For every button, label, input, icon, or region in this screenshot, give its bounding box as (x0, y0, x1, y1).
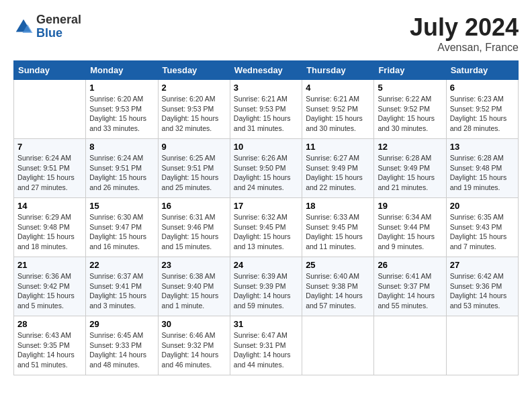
day-info: Sunrise: 6:43 AMSunset: 9:35 PMDaylight:… (17, 330, 82, 370)
day-info: Sunrise: 6:45 AMSunset: 9:33 PMDaylight:… (89, 330, 154, 370)
logo-blue: Blue (36, 27, 81, 40)
column-header-sunday: Sunday (14, 61, 86, 80)
day-info: Sunrise: 6:32 AMSunset: 9:45 PMDaylight:… (234, 212, 298, 252)
day-info: Sunrise: 6:33 AMSunset: 9:45 PMDaylight:… (306, 212, 370, 252)
day-number: 6 (450, 83, 515, 93)
day-number: 15 (89, 201, 154, 211)
calendar-cell: 23Sunrise: 6:38 AMSunset: 9:40 PMDayligh… (158, 257, 230, 316)
calendar-cell: 21Sunrise: 6:36 AMSunset: 9:42 PMDayligh… (14, 257, 86, 316)
day-info: Sunrise: 6:22 AMSunset: 9:52 PMDaylight:… (378, 94, 442, 134)
day-number: 20 (450, 201, 515, 211)
day-info: Sunrise: 6:36 AMSunset: 9:42 PMDaylight:… (17, 271, 82, 311)
calendar-cell (374, 316, 446, 375)
day-number: 3 (234, 83, 298, 93)
day-info: Sunrise: 6:34 AMSunset: 9:44 PMDaylight:… (378, 212, 442, 252)
day-number: 27 (450, 260, 515, 270)
calendar-cell: 3Sunrise: 6:21 AMSunset: 9:53 PMDaylight… (230, 80, 302, 139)
calendar-cell: 20Sunrise: 6:35 AMSunset: 9:43 PMDayligh… (446, 198, 518, 257)
day-number: 17 (234, 201, 298, 211)
day-info: Sunrise: 6:46 AMSunset: 9:32 PMDaylight:… (162, 330, 226, 370)
day-info: Sunrise: 6:23 AMSunset: 9:52 PMDaylight:… (450, 94, 515, 134)
calendar-cell: 19Sunrise: 6:34 AMSunset: 9:44 PMDayligh… (374, 198, 446, 257)
calendar-week-1: 1Sunrise: 6:20 AMSunset: 9:53 PMDaylight… (14, 80, 519, 139)
column-header-friday: Friday (374, 61, 446, 80)
calendar-cell: 22Sunrise: 6:37 AMSunset: 9:41 PMDayligh… (86, 257, 158, 316)
day-number: 26 (378, 260, 442, 270)
location: Avensan, France (410, 42, 519, 54)
day-number: 21 (17, 260, 82, 270)
day-info: Sunrise: 6:37 AMSunset: 9:41 PMDaylight:… (89, 271, 154, 311)
calendar-cell (446, 316, 518, 375)
day-number: 29 (89, 319, 154, 329)
day-number: 7 (17, 142, 82, 152)
calendar-cell: 31Sunrise: 6:47 AMSunset: 9:31 PMDayligh… (230, 316, 302, 375)
day-info: Sunrise: 6:27 AMSunset: 9:49 PMDaylight:… (306, 153, 370, 193)
day-info: Sunrise: 6:20 AMSunset: 9:53 PMDaylight:… (162, 94, 226, 134)
calendar-cell: 12Sunrise: 6:28 AMSunset: 9:49 PMDayligh… (374, 139, 446, 198)
day-number: 4 (306, 83, 370, 93)
day-number: 9 (162, 142, 226, 152)
day-number: 2 (162, 83, 226, 93)
logo-general: General (36, 13, 81, 27)
column-header-thursday: Thursday (302, 61, 374, 80)
day-info: Sunrise: 6:40 AMSunset: 9:38 PMDaylight:… (306, 271, 370, 311)
day-number: 19 (378, 201, 442, 211)
day-info: Sunrise: 6:39 AMSunset: 9:39 PMDaylight:… (234, 271, 298, 311)
calendar-cell: 27Sunrise: 6:42 AMSunset: 9:36 PMDayligh… (446, 257, 518, 316)
day-number: 11 (306, 142, 370, 152)
calendar-header-row: SundayMondayTuesdayWednesdayThursdayFrid… (14, 61, 519, 80)
calendar-cell: 24Sunrise: 6:39 AMSunset: 9:39 PMDayligh… (230, 257, 302, 316)
day-number: 28 (17, 319, 82, 329)
calendar-week-4: 21Sunrise: 6:36 AMSunset: 9:42 PMDayligh… (14, 257, 519, 316)
calendar-cell (302, 316, 374, 375)
day-number: 8 (89, 142, 154, 152)
day-info: Sunrise: 6:30 AMSunset: 9:47 PMDaylight:… (89, 212, 154, 252)
calendar-cell: 16Sunrise: 6:31 AMSunset: 9:46 PMDayligh… (158, 198, 230, 257)
calendar-cell: 15Sunrise: 6:30 AMSunset: 9:47 PMDayligh… (86, 198, 158, 257)
day-number: 12 (378, 142, 442, 152)
calendar-cell: 7Sunrise: 6:24 AMSunset: 9:51 PMDaylight… (14, 139, 86, 198)
day-info: Sunrise: 6:47 AMSunset: 9:31 PMDaylight:… (234, 330, 298, 370)
calendar-cell: 4Sunrise: 6:21 AMSunset: 9:52 PMDaylight… (302, 80, 374, 139)
day-info: Sunrise: 6:42 AMSunset: 9:36 PMDaylight:… (450, 271, 515, 311)
day-info: Sunrise: 6:35 AMSunset: 9:43 PMDaylight:… (450, 212, 515, 252)
calendar-cell: 13Sunrise: 6:28 AMSunset: 9:48 PMDayligh… (446, 139, 518, 198)
day-info: Sunrise: 6:38 AMSunset: 9:40 PMDaylight:… (162, 271, 226, 311)
day-info: Sunrise: 6:29 AMSunset: 9:48 PMDaylight:… (17, 212, 82, 252)
logo-text: General Blue (36, 13, 81, 40)
day-info: Sunrise: 6:26 AMSunset: 9:50 PMDaylight:… (234, 153, 298, 193)
calendar-cell: 18Sunrise: 6:33 AMSunset: 9:45 PMDayligh… (302, 198, 374, 257)
day-info: Sunrise: 6:28 AMSunset: 9:49 PMDaylight:… (378, 153, 442, 193)
day-number: 18 (306, 201, 370, 211)
calendar-cell: 26Sunrise: 6:41 AMSunset: 9:37 PMDayligh… (374, 257, 446, 316)
day-number: 14 (17, 201, 82, 211)
column-header-tuesday: Tuesday (158, 61, 230, 80)
day-info: Sunrise: 6:41 AMSunset: 9:37 PMDaylight:… (378, 271, 442, 311)
day-info: Sunrise: 6:24 AMSunset: 9:51 PMDaylight:… (17, 153, 82, 193)
column-header-wednesday: Wednesday (230, 61, 302, 80)
calendar-cell: 8Sunrise: 6:24 AMSunset: 9:51 PMDaylight… (86, 139, 158, 198)
day-info: Sunrise: 6:31 AMSunset: 9:46 PMDaylight:… (162, 212, 226, 252)
calendar-cell: 28Sunrise: 6:43 AMSunset: 9:35 PMDayligh… (14, 316, 86, 375)
calendar-week-5: 28Sunrise: 6:43 AMSunset: 9:35 PMDayligh… (14, 316, 519, 375)
day-number: 10 (234, 142, 298, 152)
day-number: 31 (234, 319, 298, 329)
day-number: 24 (234, 260, 298, 270)
calendar-cell: 9Sunrise: 6:25 AMSunset: 9:51 PMDaylight… (158, 139, 230, 198)
calendar-cell: 14Sunrise: 6:29 AMSunset: 9:48 PMDayligh… (14, 198, 86, 257)
calendar-table: SundayMondayTuesdayWednesdayThursdayFrid… (13, 60, 519, 375)
column-header-saturday: Saturday (446, 61, 518, 80)
day-info: Sunrise: 6:21 AMSunset: 9:53 PMDaylight:… (234, 94, 298, 134)
calendar-cell: 6Sunrise: 6:23 AMSunset: 9:52 PMDaylight… (446, 80, 518, 139)
page-header: General Blue July 2024 Avensan, France (13, 13, 519, 54)
column-header-monday: Monday (86, 61, 158, 80)
calendar-cell: 10Sunrise: 6:26 AMSunset: 9:50 PMDayligh… (230, 139, 302, 198)
day-number: 25 (306, 260, 370, 270)
calendar-cell: 1Sunrise: 6:20 AMSunset: 9:53 PMDaylight… (86, 80, 158, 139)
day-number: 23 (162, 260, 226, 270)
calendar-cell: 2Sunrise: 6:20 AMSunset: 9:53 PMDaylight… (158, 80, 230, 139)
logo: General Blue (13, 13, 81, 40)
day-info: Sunrise: 6:21 AMSunset: 9:52 PMDaylight:… (306, 94, 370, 134)
calendar-cell: 29Sunrise: 6:45 AMSunset: 9:33 PMDayligh… (86, 316, 158, 375)
calendar-week-2: 7Sunrise: 6:24 AMSunset: 9:51 PMDaylight… (14, 139, 519, 198)
